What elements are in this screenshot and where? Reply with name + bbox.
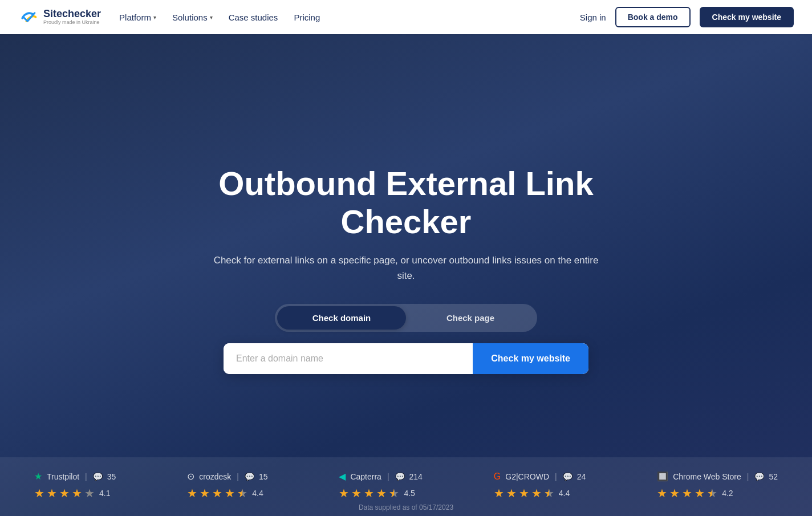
capterra-label: Capterra — [350, 472, 381, 481]
capterra-review-count: 214 — [409, 472, 423, 481]
search-box: Check my website — [224, 343, 588, 374]
chevron-down-icon: ▾ — [153, 14, 156, 21]
g2crowd-label: G2|CROWD — [505, 472, 549, 481]
trustpilot-label: Trustpilot — [47, 472, 79, 481]
logo-icon — [18, 7, 39, 27]
g2crowd-score: 4.4 — [559, 489, 570, 498]
chrome-stars: ★ ★ ★ ★ ★ ★ 4.2 — [657, 486, 733, 500]
crozdesk-label: crozdesk — [199, 472, 231, 481]
nav-platform[interactable]: Platform ▾ — [119, 13, 156, 22]
rating-chrome-web-store: 🔲 Chrome Web Store | 💬 52 ★ ★ ★ ★ ★ ★ 4.… — [657, 471, 778, 500]
capterra-score: 4.5 — [404, 489, 415, 498]
capterra-icon: ◀ — [339, 471, 346, 482]
rating-capterra: ◀ Capterra | 💬 214 ★ ★ ★ ★ ★ ★ 4.5 — [339, 471, 422, 500]
search-button[interactable]: Check my website — [473, 343, 588, 374]
hero-subtitle: Check for external links on a specific p… — [206, 253, 606, 283]
comment-icon: 💬 — [245, 472, 254, 481]
chrome-icon: 🔲 — [657, 471, 668, 482]
logo-name: Sitechecker — [43, 9, 101, 20]
tab-check-domain[interactable]: Check domain — [277, 306, 406, 330]
hero-title: Outbound External Link Checker — [178, 165, 634, 241]
trustpilot-score: 4.1 — [99, 489, 110, 498]
nav-pricing[interactable]: Pricing — [294, 13, 320, 22]
navbar-actions: Sign in Book a demo Check my website — [580, 7, 794, 27]
comment-icon: 💬 — [93, 472, 103, 481]
tab-check-page[interactable]: Check page — [406, 306, 535, 330]
chrome-review-count: 52 — [769, 472, 778, 481]
g2crowd-review-count: 24 — [577, 472, 586, 481]
comment-icon: 💬 — [563, 472, 573, 481]
sign-in-button[interactable]: Sign in — [580, 13, 606, 22]
tab-toggle: Check domain Check page — [275, 304, 537, 332]
comment-icon: 💬 — [395, 472, 405, 481]
check-website-nav-button[interactable]: Check my website — [700, 7, 794, 27]
trustpilot-stars: ★ ★ ★ ★ ★ 4.1 — [34, 486, 110, 500]
rating-trustpilot: ★ Trustpilot | 💬 35 ★ ★ ★ ★ ★ 4.1 — [34, 471, 116, 500]
trustpilot-icon: ★ — [34, 471, 42, 482]
nav-case-studies[interactable]: Case studies — [229, 13, 278, 22]
main-nav: Platform ▾ Solutions ▾ Case studies Pric… — [119, 13, 580, 22]
crozdesk-score: 4.4 — [252, 489, 263, 498]
navbar: Sitechecker Proudly made in Ukraine Plat… — [0, 0, 812, 34]
chevron-down-icon: ▾ — [210, 14, 213, 21]
chrome-score: 4.2 — [722, 489, 733, 498]
g2crowd-icon: G — [494, 472, 501, 482]
logo-tagline: Proudly made in Ukraine — [43, 20, 101, 26]
trustpilot-review-count: 35 — [107, 472, 116, 481]
crozdesk-review-count: 15 — [259, 472, 268, 481]
crozdesk-stars: ★ ★ ★ ★ ★ ★ 4.4 — [187, 486, 263, 500]
logo[interactable]: Sitechecker Proudly made in Ukraine — [18, 7, 101, 27]
chrome-label: Chrome Web Store — [673, 472, 741, 481]
g2crowd-stars: ★ ★ ★ ★ ★ ★ 4.4 — [494, 486, 570, 500]
crozdesk-icon: ⊙ — [187, 471, 194, 482]
rating-crozdesk: ⊙ crozdesk | 💬 15 ★ ★ ★ ★ ★ ★ 4.4 — [187, 471, 267, 500]
book-demo-button[interactable]: Book a demo — [615, 7, 691, 27]
nav-solutions[interactable]: Solutions ▾ — [172, 13, 213, 22]
data-supplied-text: Data supplied as of 05/17/2023 — [359, 499, 453, 514]
hero-section: Outbound External Link Checker Check for… — [0, 0, 812, 516]
domain-search-input[interactable] — [224, 343, 473, 374]
capterra-stars: ★ ★ ★ ★ ★ ★ 4.5 — [339, 486, 415, 500]
rating-g2crowd: G G2|CROWD | 💬 24 ★ ★ ★ ★ ★ ★ 4.4 — [494, 472, 586, 500]
comment-icon: 💬 — [754, 472, 764, 481]
